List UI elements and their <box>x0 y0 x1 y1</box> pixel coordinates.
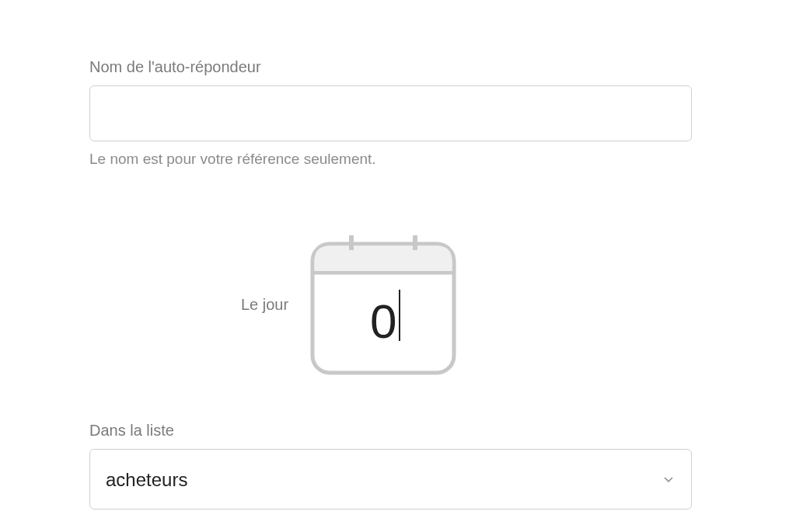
text-cursor <box>399 290 400 341</box>
list-label: Dans la liste <box>89 422 707 440</box>
calendar-widget <box>310 234 456 375</box>
day-label: Le jour <box>241 296 288 314</box>
list-select-wrapper: acheteurs <box>89 449 692 509</box>
day-input[interactable] <box>318 274 449 367</box>
day-section: Le jour <box>89 234 707 375</box>
autoresponder-name-group: Nom de l'auto-répondeur Le nom est pour … <box>89 58 707 168</box>
autoresponder-name-helper: Le nom est pour votre référence seulemen… <box>89 151 707 168</box>
list-select[interactable]: acheteurs <box>89 449 692 509</box>
autoresponder-name-input[interactable] <box>89 85 692 141</box>
list-section: Dans la liste acheteurs <box>89 422 707 509</box>
autoresponder-name-label: Nom de l'auto-répondeur <box>89 58 707 76</box>
